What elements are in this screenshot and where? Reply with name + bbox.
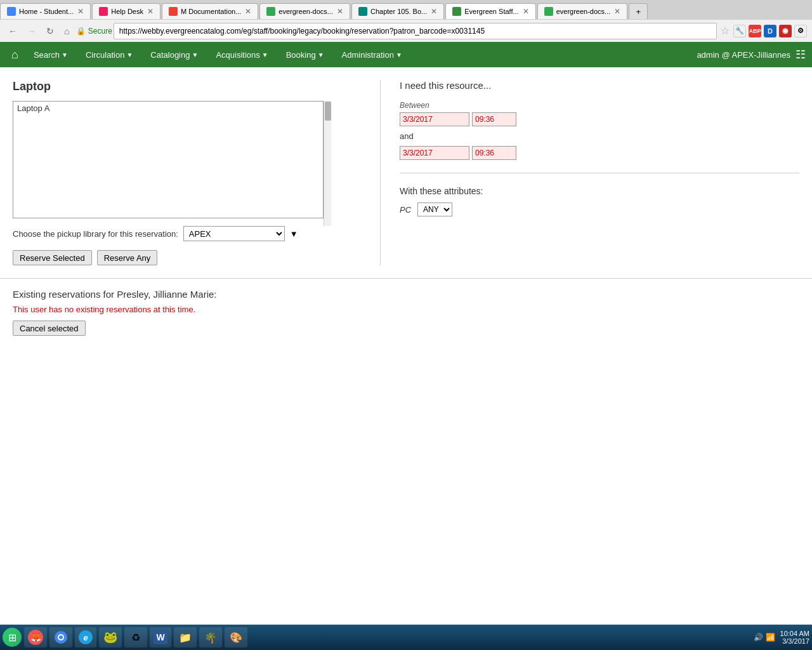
- tab-6-label: Evergreen Staff...: [464, 8, 518, 15]
- resource-header: I need this resource...: [400, 80, 799, 91]
- ext-icon-1[interactable]: 🔧: [733, 25, 746, 37]
- nav-right: admin @ APEX-Jilliannes ☷: [697, 48, 806, 62]
- main-content: Laptop Laptop A Choose the pickup librar…: [0, 67, 812, 278]
- attribute-pc-row: PC ANY Yes No: [400, 202, 799, 216]
- and-label: and: [400, 131, 799, 141]
- abp-icon[interactable]: ABP: [749, 25, 761, 37]
- tab-5-close[interactable]: ✕: [431, 7, 437, 16]
- nav-grid-icon[interactable]: ☷: [796, 48, 806, 62]
- nav-circulation[interactable]: Circulation ▼: [78, 45, 140, 65]
- home-nav-button[interactable]: ⌂: [61, 25, 72, 37]
- divider-1: [400, 173, 799, 173]
- tab-1-label: Home - Student...: [19, 8, 74, 15]
- existing-reservations-section: Existing reservations for Presley, Jilli…: [0, 279, 812, 346]
- resource-list-wrapper: Laptop A: [13, 101, 367, 226]
- and-time-input[interactable]: [472, 146, 516, 160]
- pickup-library-row: Choose the pickup library for this reser…: [13, 226, 367, 241]
- tab-2-label: Help Desk: [111, 8, 143, 15]
- ext-icon-5[interactable]: ⚙: [794, 25, 807, 37]
- between-time-input[interactable]: [472, 112, 516, 126]
- address-bar: ← → ↻ ⌂ 🔒 Secure ☆ 🔧 ABP D ◉ ⚙: [0, 19, 812, 42]
- nav-administration-arrow: ▼: [396, 51, 402, 58]
- tab-7-label: evergreen-docs...: [556, 8, 611, 15]
- back-button[interactable]: ←: [5, 25, 20, 37]
- nav-booking-label: Booking: [286, 50, 316, 60]
- resource-list[interactable]: Laptop A: [13, 101, 324, 218]
- and-date-input[interactable]: [400, 146, 469, 160]
- refresh-button[interactable]: ↻: [43, 25, 57, 37]
- tab-2[interactable]: Help Desk ✕: [92, 3, 160, 19]
- bookmark-icon[interactable]: ☆: [721, 25, 730, 37]
- reserve-buttons: Reserve Selected Reserve Any: [13, 250, 367, 265]
- attribute-pc-select[interactable]: ANY Yes No: [417, 202, 452, 216]
- tab-4[interactable]: evergreen-docs... ✕: [259, 3, 350, 19]
- attributes-title: With these attributes:: [400, 186, 799, 196]
- tab-6[interactable]: Evergreen Staff... ✕: [445, 3, 535, 19]
- existing-reservations-title: Existing reservations for Presley, Jilli…: [13, 289, 799, 300]
- pickup-label: Choose the pickup library for this reser…: [13, 229, 178, 239]
- attribute-pc-label: PC: [400, 205, 411, 215]
- nav-search-label: Search: [34, 50, 60, 60]
- no-reservations-message: This user has no existing reservations a…: [13, 305, 799, 314]
- tab-3[interactable]: M Documentation... ✕: [162, 3, 258, 19]
- nav-cataloging-label: Cataloging: [150, 50, 190, 60]
- ext-icon-3[interactable]: D: [764, 25, 776, 37]
- pickup-dropdown-arrow[interactable]: ▼: [290, 229, 298, 239]
- nav-acquisitions[interactable]: Acquisitions ▼: [208, 45, 275, 65]
- section-title: Laptop: [13, 80, 367, 93]
- tab-3-label: M Documentation...: [181, 8, 241, 15]
- navigation-bar: ⌂ Search ▼ Circulation ▼ Cataloging ▼ Ac…: [0, 42, 812, 67]
- extension-icons: 🔧 ABP D ◉ ⚙: [733, 25, 807, 37]
- reserve-any-button[interactable]: Reserve Any: [97, 250, 158, 265]
- home-icon[interactable]: ⌂: [6, 46, 23, 64]
- nav-booking-arrow: ▼: [318, 51, 324, 58]
- tab-1-close[interactable]: ✕: [77, 7, 84, 16]
- list-item[interactable]: Laptop A: [13, 102, 323, 115]
- new-tab-button[interactable]: +: [629, 3, 648, 19]
- nav-administration-label: Administration: [342, 50, 394, 60]
- tab-6-close[interactable]: ✕: [523, 7, 529, 16]
- tab-bar: Home - Student... ✕ Help Desk ✕ M Docume…: [0, 0, 812, 19]
- tab-4-label: evergreen-docs...: [278, 8, 333, 15]
- nav-cataloging[interactable]: Cataloging ▼: [143, 45, 206, 65]
- tab-1[interactable]: Home - Student... ✕: [0, 3, 91, 19]
- nav-acquisitions-arrow: ▼: [262, 51, 268, 58]
- tab-2-close[interactable]: ✕: [147, 7, 154, 16]
- nav-search-arrow: ▼: [62, 51, 68, 58]
- right-panel: I need this resource... Between and With…: [381, 80, 799, 265]
- nav-booking[interactable]: Booking ▼: [278, 45, 332, 65]
- nav-circulation-arrow: ▼: [126, 51, 133, 58]
- address-input[interactable]: [114, 23, 717, 39]
- cancel-selected-button[interactable]: Cancel selected: [13, 321, 86, 336]
- forward-button[interactable]: →: [24, 25, 39, 37]
- scrollbar[interactable]: [324, 101, 331, 226]
- between-date-input[interactable]: [400, 112, 469, 126]
- ext-icon-4[interactable]: ◉: [779, 25, 792, 37]
- nav-administration[interactable]: Administration ▼: [334, 45, 410, 65]
- nav-acquisitions-label: Acquisitions: [216, 50, 259, 60]
- pickup-select[interactable]: APEX Branch 1 Branch 2: [183, 226, 285, 241]
- tab-3-close[interactable]: ✕: [245, 7, 251, 16]
- left-panel: Laptop Laptop A Choose the pickup librar…: [13, 80, 381, 265]
- nav-circulation-label: Circulation: [86, 50, 124, 60]
- scroll-thumb[interactable]: [325, 102, 331, 121]
- lock-icon: 🔒 Secure: [76, 27, 112, 36]
- nav-left: ⌂ Search ▼ Circulation ▼ Cataloging ▼ Ac…: [6, 45, 410, 65]
- between-label: Between: [400, 101, 799, 110]
- tab-5-label: Chapter 105. Bo...: [370, 8, 427, 15]
- and-date-time-row: [400, 146, 799, 160]
- nav-cataloging-arrow: ▼: [192, 51, 198, 58]
- tab-7[interactable]: evergreen-docs... ✕: [537, 3, 628, 19]
- nav-user-label: admin @ APEX-Jilliannes: [697, 50, 790, 60]
- nav-search[interactable]: Search ▼: [26, 45, 75, 65]
- tab-4-close[interactable]: ✕: [337, 7, 343, 16]
- reserve-selected-button[interactable]: Reserve Selected: [13, 250, 92, 265]
- tab-5[interactable]: Chapter 105. Bo... ✕: [351, 3, 444, 19]
- tab-7-close[interactable]: ✕: [614, 7, 620, 16]
- between-date-time-row: [400, 112, 799, 126]
